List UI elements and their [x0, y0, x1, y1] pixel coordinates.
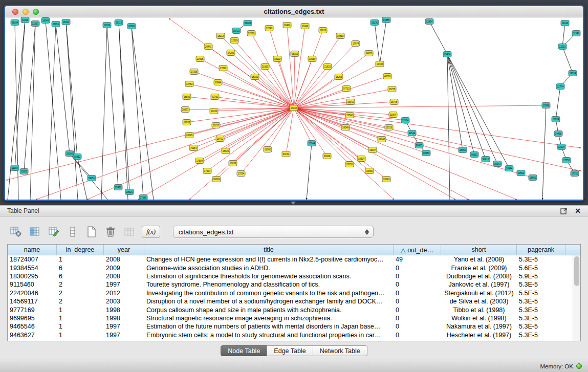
graph-node[interactable]: 12263 [31, 21, 39, 27]
graph-node[interactable]: 10039 [229, 161, 237, 166]
rows-icon[interactable] [66, 225, 79, 238]
graph-node[interactable]: 12213 [558, 44, 567, 50]
scrollbar-thumb[interactable] [574, 256, 579, 286]
graph-node[interactable]: 19927 [368, 147, 377, 153]
graph-node[interactable]: 14468 [554, 131, 562, 137]
column-header-pagerank[interactable]: pagerank [517, 245, 565, 255]
tab-node-table[interactable]: Node Table [221, 345, 267, 356]
graph-node[interactable]: 18136 [371, 20, 379, 26]
graph-node[interactable]: 17731 [571, 171, 579, 177]
graph-node[interactable]: 21629 [323, 64, 332, 70]
graph-node[interactable]: 14030 [21, 17, 29, 23]
graph-node[interactable]: 96152 [291, 51, 299, 57]
column-header-year[interactable]: year [104, 245, 144, 255]
graph-node[interactable]: 96113 [115, 20, 123, 26]
graph-node[interactable]: 18001 [529, 175, 537, 181]
graph-node[interactable]: 17813 [219, 65, 227, 71]
window-titlebar[interactable]: citations_edges.txt [5, 6, 583, 17]
graph-node[interactable]: 18021 [125, 189, 134, 195]
graph-node[interactable]: 18143 [561, 20, 569, 26]
zoom-window-button[interactable] [33, 9, 39, 15]
graph-node[interactable]: 17933 [183, 120, 191, 125]
column-settings-icon[interactable] [9, 225, 23, 238]
graph-node[interactable]: 19484 [443, 52, 451, 57]
graph-node[interactable]: 18045 [185, 133, 193, 138]
column-header-title[interactable]: title [144, 245, 394, 255]
graph-node[interactable]: 20332 [114, 185, 122, 190]
graph-node[interactable]: 19734 [569, 71, 577, 76]
graph-node[interactable]: 12543 [265, 26, 273, 31]
graph-node[interactable]: 16256 [335, 74, 343, 80]
table-row[interactable]: 2242004622012Investigating the contribut… [8, 289, 573, 297]
graph-node[interactable]: 96034 [212, 177, 221, 182]
graph-node[interactable]: 13000 [20, 169, 28, 174]
graph-node[interactable]: 59051 [88, 176, 96, 181]
network-graph[interactable]: 1724018212204412240817356127521883920673… [5, 17, 583, 200]
graph-node[interactable]: 16022 [222, 148, 230, 154]
graph-node[interactable]: 17750 [562, 158, 571, 163]
graph-node[interactable]: 15723 [232, 28, 241, 34]
table-row[interactable]: 1938455462009Genome-wide association stu… [8, 264, 573, 272]
close-panel-icon[interactable]: ✕ [575, 207, 581, 214]
select-columns-icon[interactable] [28, 225, 41, 238]
table-row[interactable]: 1830029562008Estimation of significance … [8, 272, 573, 280]
graph-node[interactable]: 17584 [195, 158, 204, 164]
graph-node[interactable]: 18839 [183, 94, 191, 100]
graph-node[interactable]: 18043 [41, 18, 50, 24]
graph-node[interactable]: 17585 [139, 195, 147, 200]
close-window-button[interactable] [12, 9, 18, 15]
graph-node[interactable]: 16649 [301, 24, 309, 29]
graph-node[interactable]: 42751 [211, 94, 219, 100]
graph-node[interactable]: 13164 [401, 118, 409, 123]
graph-node[interactable]: 17356 [190, 69, 198, 75]
graph-node[interactable]: 16042 [346, 99, 355, 105]
minimize-window-button[interactable] [23, 9, 29, 15]
column-header-short[interactable]: short [441, 245, 517, 255]
graph-node[interactable]: 18212 [216, 33, 225, 39]
graph-node[interactable]: 17974 [352, 41, 360, 47]
graph-node[interactable]: 90412 [482, 157, 490, 162]
graph-node[interactable]: 18300 [264, 147, 272, 152]
graph-node[interactable]: 22052 [345, 162, 354, 167]
graph-node[interactable]: 76254 [189, 145, 198, 151]
edit-table-icon[interactable] [47, 225, 60, 238]
tab-network-table[interactable]: Network Table [313, 345, 367, 356]
graph-node[interactable]: 12104 [557, 144, 565, 150]
import-table-icon[interactable] [123, 225, 136, 238]
graph-node[interactable]: 20717 [212, 123, 220, 128]
graph-node[interactable]: 15144 [308, 141, 316, 146]
graph-node[interactable]: 11544 [408, 130, 416, 136]
graph-node[interactable]: 22608 [247, 31, 255, 36]
graph-node[interactable]: 10944 [505, 166, 513, 171]
graph-node[interactable]: 18549 [341, 125, 350, 130]
graph-node[interactable]: 90965 [415, 143, 423, 148]
graph-node[interactable]: 12824 [425, 19, 433, 25]
graph-node[interactable]: 15775 [390, 99, 398, 105]
new-file-icon[interactable] [85, 225, 98, 238]
graph-node[interactable]: 20951 [52, 21, 60, 27]
graph-node[interactable]: 17034 [237, 171, 245, 177]
graph-node[interactable]: 91154 [282, 151, 290, 157]
graph-node[interactable]: 15998 [542, 103, 550, 108]
graph-node[interactable]: 20918 [323, 154, 331, 159]
graph-node[interactable]: 18302 [273, 56, 281, 62]
graph-node[interactable]: 10243 [382, 177, 390, 182]
float-panel-icon[interactable] [560, 207, 568, 214]
graph-node[interactable]: 26160 [66, 151, 74, 157]
graph-node[interactable]: 11004 [11, 165, 19, 171]
graph-node[interactable]: 24502 [517, 170, 525, 176]
graph-node[interactable]: 12774 [556, 84, 564, 90]
graph-node[interactable]: 19810 [336, 33, 344, 39]
graph-node[interactable]: 18504 [357, 156, 365, 162]
graph-node[interactable]: 17694 [203, 168, 211, 174]
table-row[interactable]: 911546021997Tourette syndrome. Phenomeno… [8, 280, 573, 289]
table-row[interactable]: 1456911722003Disruption of a novel membe… [8, 297, 573, 305]
graph-node[interactable]: 18102 [251, 74, 259, 80]
graph-node[interactable]: 94655 [382, 17, 390, 23]
graph-node[interactable]: 15231 [62, 19, 70, 25]
graph-node[interactable]: 24850 [365, 51, 373, 56]
table-row[interactable]: 1872400712008Changes of HCN gene express… [8, 255, 573, 264]
network-table-selector[interactable]: citations_edges.txt [173, 226, 374, 238]
function-builder-button[interactable]: f(x) [142, 226, 160, 238]
graph-node[interactable]: 15542 [345, 113, 354, 118]
